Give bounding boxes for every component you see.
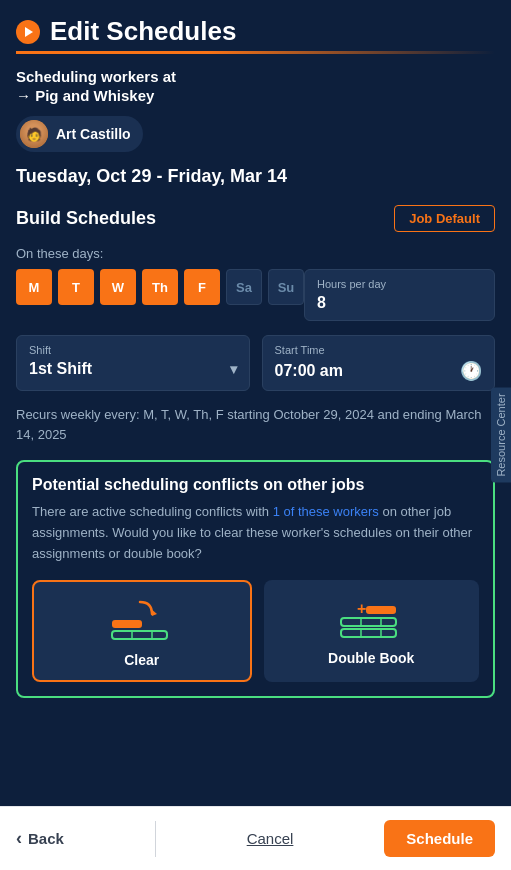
play-icon[interactable]	[16, 20, 40, 44]
shift-field[interactable]: Shift 1st Shift ▾	[16, 335, 250, 391]
hours-value[interactable]: 8	[317, 294, 482, 312]
days-row: M T W Th F Sa Su	[16, 269, 304, 305]
day-tuesday[interactable]: T	[58, 269, 94, 305]
avatar: 🧑	[20, 120, 48, 148]
clear-icon	[102, 594, 182, 644]
conflict-section: Potential scheduling conflicts on other …	[16, 460, 495, 698]
clear-button[interactable]: Clear	[32, 580, 252, 682]
svg-text:+: +	[357, 600, 366, 617]
shift-value: 1st Shift ▾	[29, 360, 237, 378]
svg-rect-1	[112, 620, 142, 628]
back-button[interactable]: ‹ Back	[16, 828, 64, 849]
job-default-button[interactable]: Job Default	[394, 205, 495, 232]
shift-label: Shift	[29, 344, 237, 356]
worker-name: Art Castillo	[56, 126, 131, 142]
day-monday[interactable]: M	[16, 269, 52, 305]
clear-label: Clear	[124, 652, 159, 668]
page-title: Edit Schedules	[50, 16, 236, 47]
back-label: Back	[28, 830, 64, 847]
header: Edit Schedules	[0, 0, 511, 54]
day-sunday[interactable]: Su	[268, 269, 304, 305]
footer: ‹ Back Cancel Schedule	[0, 806, 511, 870]
svg-rect-7	[341, 618, 396, 626]
conflict-title: Potential scheduling conflicts on other …	[32, 476, 479, 494]
svg-rect-2	[112, 631, 167, 639]
double-book-button[interactable]: + Double Book	[264, 580, 480, 682]
worker-badge[interactable]: 🧑 Art Castillo	[16, 116, 143, 152]
double-book-icon: +	[331, 592, 411, 642]
build-section-header: Build Schedules Job Default	[16, 205, 495, 232]
shift-starttime-row: Shift 1st Shift ▾ Start Time 07:00 am 🕐	[16, 335, 495, 391]
start-time-value: 07:00 am 🕐	[275, 360, 483, 382]
chevron-down-icon: ▾	[230, 361, 237, 377]
svg-rect-10	[341, 629, 396, 637]
conflict-text-before: There are active scheduling conflicts wi…	[32, 504, 273, 519]
recurs-info: Recurs weekly every: M, T, W, Th, F star…	[16, 405, 495, 444]
action-buttons: Clear +	[32, 580, 479, 682]
svg-rect-6	[366, 606, 396, 614]
day-saturday[interactable]: Sa	[226, 269, 262, 305]
double-book-label: Double Book	[328, 650, 414, 666]
resource-center-label: Resource Center	[495, 393, 507, 476]
hours-label: Hours per day	[317, 278, 482, 290]
back-chevron-icon: ‹	[16, 828, 22, 849]
resource-center-tab[interactable]: Resource Center	[491, 387, 511, 482]
avatar-image: 🧑	[20, 120, 48, 148]
start-time-label: Start Time	[275, 344, 483, 356]
days-label: On these days:	[16, 246, 495, 261]
venue-name: Pig and Whiskey	[16, 87, 495, 104]
main-content: Scheduling workers at Pig and Whiskey 🧑 …	[0, 68, 511, 698]
day-thursday[interactable]: Th	[142, 269, 178, 305]
hours-field: Hours per day 8	[304, 269, 495, 321]
day-friday[interactable]: F	[184, 269, 220, 305]
schedule-button[interactable]: Schedule	[384, 820, 495, 857]
scheduling-label: Scheduling workers at	[16, 68, 495, 85]
day-wednesday[interactable]: W	[100, 269, 136, 305]
clock-icon: 🕐	[460, 360, 482, 382]
cancel-button[interactable]: Cancel	[247, 830, 294, 847]
header-underline	[16, 51, 495, 54]
date-range: Tuesday, Oct 29 - Friday, Mar 14	[16, 166, 495, 187]
conflict-text: There are active scheduling conflicts wi…	[32, 502, 479, 564]
conflict-link[interactable]: 1 of these workers	[273, 504, 379, 519]
footer-divider	[155, 821, 156, 857]
start-time-field[interactable]: Start Time 07:00 am 🕐	[262, 335, 496, 391]
build-title: Build Schedules	[16, 208, 156, 229]
